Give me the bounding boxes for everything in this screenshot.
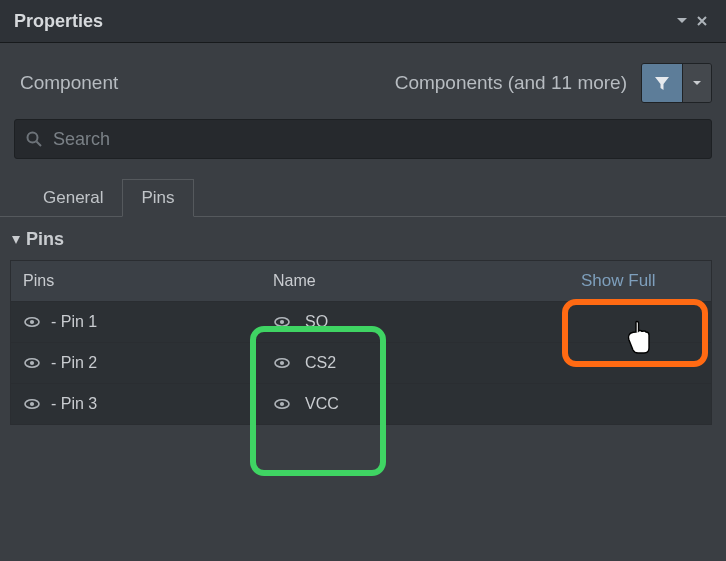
pin-label: - Pin 3 bbox=[51, 395, 97, 413]
component-label: Component bbox=[20, 72, 395, 94]
table-header-row: Pins Name Show Full bbox=[11, 261, 711, 302]
component-row: Component Components (and 11 more) bbox=[0, 43, 726, 115]
svg-point-7 bbox=[30, 361, 34, 365]
component-count: Components (and 11 more) bbox=[395, 72, 627, 94]
tabs: General Pins bbox=[0, 173, 726, 217]
pin-label: - Pin 2 bbox=[51, 354, 97, 372]
svg-point-11 bbox=[30, 402, 34, 406]
svg-point-9 bbox=[280, 361, 284, 365]
col-header-name[interactable]: Name bbox=[263, 272, 581, 290]
tab-pins[interactable]: Pins bbox=[122, 179, 193, 217]
filter-dropdown-button[interactable] bbox=[683, 64, 711, 102]
filter-button[interactable] bbox=[642, 64, 683, 102]
pin-name: VCC bbox=[305, 395, 339, 413]
table-row[interactable]: - Pin 1 SO bbox=[11, 302, 711, 343]
filter-button-group bbox=[641, 63, 712, 103]
svg-line-1 bbox=[37, 142, 42, 147]
visibility-icon[interactable] bbox=[23, 313, 41, 331]
table-row[interactable]: - Pin 3 VCC bbox=[11, 384, 711, 424]
pin-name: CS2 bbox=[305, 354, 336, 372]
panel-close-button[interactable] bbox=[696, 15, 716, 27]
svg-point-0 bbox=[28, 133, 38, 143]
table-row[interactable]: - Pin 2 CS2 bbox=[11, 343, 711, 384]
disclosure-triangle-icon bbox=[10, 234, 22, 246]
pin-name: SO bbox=[305, 313, 328, 331]
pins-table: Pins Name Show Full - Pin 1 SO - Pin 2 C… bbox=[10, 260, 712, 425]
col-header-pins[interactable]: Pins bbox=[11, 272, 263, 290]
show-full-link[interactable]: Show Full bbox=[581, 271, 711, 291]
tab-general[interactable]: General bbox=[24, 179, 122, 217]
section-title: Pins bbox=[26, 229, 64, 250]
svg-point-3 bbox=[30, 320, 34, 324]
pin-label: - Pin 1 bbox=[51, 313, 97, 331]
search-icon bbox=[25, 130, 43, 148]
visibility-icon[interactable] bbox=[273, 395, 291, 413]
section-header-pins[interactable]: Pins bbox=[0, 217, 726, 260]
search-field[interactable] bbox=[14, 119, 712, 159]
visibility-icon[interactable] bbox=[273, 313, 291, 331]
visibility-icon[interactable] bbox=[23, 354, 41, 372]
panel-collapse-button[interactable] bbox=[676, 15, 696, 27]
visibility-icon[interactable] bbox=[273, 354, 291, 372]
svg-point-5 bbox=[280, 320, 284, 324]
svg-point-13 bbox=[280, 402, 284, 406]
search-input[interactable] bbox=[51, 128, 701, 151]
visibility-icon[interactable] bbox=[23, 395, 41, 413]
panel-header: Properties bbox=[0, 0, 726, 43]
panel-title: Properties bbox=[14, 11, 676, 32]
